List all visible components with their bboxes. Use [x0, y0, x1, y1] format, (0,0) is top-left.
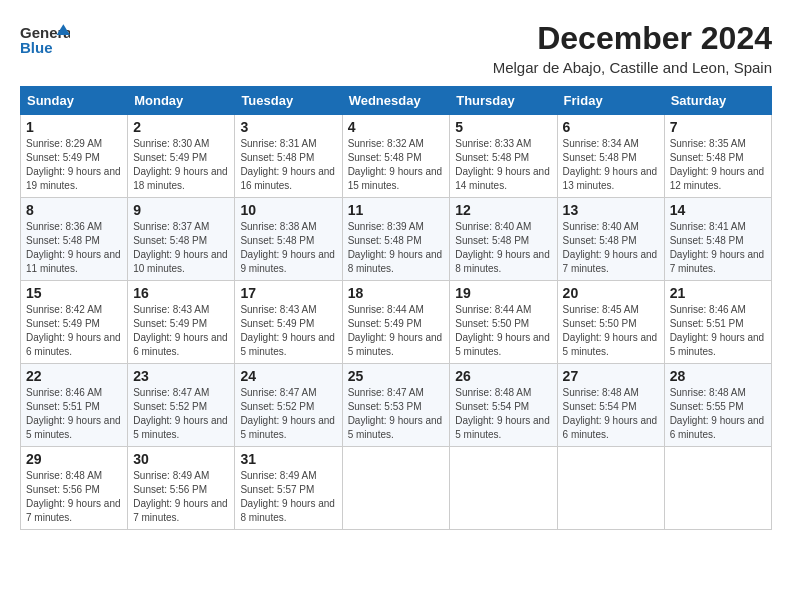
table-row: 22Sunrise: 8:46 AMSunset: 5:51 PMDayligh… — [21, 364, 128, 447]
day-info: Sunrise: 8:48 AMSunset: 5:56 PMDaylight:… — [26, 469, 122, 525]
calendar-week-row: 15Sunrise: 8:42 AMSunset: 5:49 PMDayligh… — [21, 281, 772, 364]
day-number: 25 — [348, 368, 445, 384]
header-thursday: Thursday — [450, 87, 557, 115]
header-monday: Monday — [128, 87, 235, 115]
day-number: 14 — [670, 202, 766, 218]
day-number: 4 — [348, 119, 445, 135]
day-number: 24 — [240, 368, 336, 384]
table-row: 16Sunrise: 8:43 AMSunset: 5:49 PMDayligh… — [128, 281, 235, 364]
day-info: Sunrise: 8:44 AMSunset: 5:49 PMDaylight:… — [348, 303, 445, 359]
day-number: 11 — [348, 202, 445, 218]
day-number: 8 — [26, 202, 122, 218]
calendar-week-row: 29Sunrise: 8:48 AMSunset: 5:56 PMDayligh… — [21, 447, 772, 530]
logo: General Blue — [20, 20, 74, 60]
day-info: Sunrise: 8:38 AMSunset: 5:48 PMDaylight:… — [240, 220, 336, 276]
calendar-week-row: 8Sunrise: 8:36 AMSunset: 5:48 PMDaylight… — [21, 198, 772, 281]
day-number: 31 — [240, 451, 336, 467]
day-info: Sunrise: 8:31 AMSunset: 5:48 PMDaylight:… — [240, 137, 336, 193]
calendar-week-row: 1Sunrise: 8:29 AMSunset: 5:49 PMDaylight… — [21, 115, 772, 198]
logo-icon: General Blue — [20, 20, 70, 60]
day-info: Sunrise: 8:46 AMSunset: 5:51 PMDaylight:… — [26, 386, 122, 442]
day-info: Sunrise: 8:47 AMSunset: 5:52 PMDaylight:… — [240, 386, 336, 442]
day-number: 18 — [348, 285, 445, 301]
table-row: 12Sunrise: 8:40 AMSunset: 5:48 PMDayligh… — [450, 198, 557, 281]
day-info: Sunrise: 8:36 AMSunset: 5:48 PMDaylight:… — [26, 220, 122, 276]
table-row — [664, 447, 771, 530]
day-info: Sunrise: 8:48 AMSunset: 5:54 PMDaylight:… — [455, 386, 551, 442]
day-number: 23 — [133, 368, 229, 384]
header-saturday: Saturday — [664, 87, 771, 115]
day-number: 26 — [455, 368, 551, 384]
table-row: 23Sunrise: 8:47 AMSunset: 5:52 PMDayligh… — [128, 364, 235, 447]
day-info: Sunrise: 8:34 AMSunset: 5:48 PMDaylight:… — [563, 137, 659, 193]
table-row: 29Sunrise: 8:48 AMSunset: 5:56 PMDayligh… — [21, 447, 128, 530]
day-number: 17 — [240, 285, 336, 301]
day-number: 29 — [26, 451, 122, 467]
header-friday: Friday — [557, 87, 664, 115]
table-row: 17Sunrise: 8:43 AMSunset: 5:49 PMDayligh… — [235, 281, 342, 364]
day-info: Sunrise: 8:44 AMSunset: 5:50 PMDaylight:… — [455, 303, 551, 359]
weekday-header-row: Sunday Monday Tuesday Wednesday Thursday… — [21, 87, 772, 115]
table-row: 11Sunrise: 8:39 AMSunset: 5:48 PMDayligh… — [342, 198, 450, 281]
day-number: 1 — [26, 119, 122, 135]
table-row: 24Sunrise: 8:47 AMSunset: 5:52 PMDayligh… — [235, 364, 342, 447]
day-info: Sunrise: 8:30 AMSunset: 5:49 PMDaylight:… — [133, 137, 229, 193]
day-number: 15 — [26, 285, 122, 301]
table-row — [450, 447, 557, 530]
table-row: 10Sunrise: 8:38 AMSunset: 5:48 PMDayligh… — [235, 198, 342, 281]
table-row: 20Sunrise: 8:45 AMSunset: 5:50 PMDayligh… — [557, 281, 664, 364]
day-number: 6 — [563, 119, 659, 135]
page-header: General Blue December 2024 Melgar de Aba… — [20, 20, 772, 76]
day-number: 10 — [240, 202, 336, 218]
table-row: 26Sunrise: 8:48 AMSunset: 5:54 PMDayligh… — [450, 364, 557, 447]
table-row: 6Sunrise: 8:34 AMSunset: 5:48 PMDaylight… — [557, 115, 664, 198]
day-info: Sunrise: 8:29 AMSunset: 5:49 PMDaylight:… — [26, 137, 122, 193]
table-row: 3Sunrise: 8:31 AMSunset: 5:48 PMDaylight… — [235, 115, 342, 198]
table-row: 21Sunrise: 8:46 AMSunset: 5:51 PMDayligh… — [664, 281, 771, 364]
day-number: 13 — [563, 202, 659, 218]
month-title: December 2024 — [493, 20, 772, 57]
table-row: 4Sunrise: 8:32 AMSunset: 5:48 PMDaylight… — [342, 115, 450, 198]
day-info: Sunrise: 8:40 AMSunset: 5:48 PMDaylight:… — [563, 220, 659, 276]
table-row: 18Sunrise: 8:44 AMSunset: 5:49 PMDayligh… — [342, 281, 450, 364]
header-wednesday: Wednesday — [342, 87, 450, 115]
table-row: 25Sunrise: 8:47 AMSunset: 5:53 PMDayligh… — [342, 364, 450, 447]
day-number: 9 — [133, 202, 229, 218]
day-number: 21 — [670, 285, 766, 301]
calendar-week-row: 22Sunrise: 8:46 AMSunset: 5:51 PMDayligh… — [21, 364, 772, 447]
table-row: 13Sunrise: 8:40 AMSunset: 5:48 PMDayligh… — [557, 198, 664, 281]
day-number: 7 — [670, 119, 766, 135]
svg-text:Blue: Blue — [20, 39, 53, 56]
day-info: Sunrise: 8:35 AMSunset: 5:48 PMDaylight:… — [670, 137, 766, 193]
table-row: 7Sunrise: 8:35 AMSunset: 5:48 PMDaylight… — [664, 115, 771, 198]
table-row: 15Sunrise: 8:42 AMSunset: 5:49 PMDayligh… — [21, 281, 128, 364]
day-number: 2 — [133, 119, 229, 135]
table-row: 9Sunrise: 8:37 AMSunset: 5:48 PMDaylight… — [128, 198, 235, 281]
location-title: Melgar de Abajo, Castille and Leon, Spai… — [493, 59, 772, 76]
table-row: 2Sunrise: 8:30 AMSunset: 5:49 PMDaylight… — [128, 115, 235, 198]
table-row: 8Sunrise: 8:36 AMSunset: 5:48 PMDaylight… — [21, 198, 128, 281]
day-info: Sunrise: 8:39 AMSunset: 5:48 PMDaylight:… — [348, 220, 445, 276]
table-row: 28Sunrise: 8:48 AMSunset: 5:55 PMDayligh… — [664, 364, 771, 447]
day-number: 22 — [26, 368, 122, 384]
day-info: Sunrise: 8:46 AMSunset: 5:51 PMDaylight:… — [670, 303, 766, 359]
day-info: Sunrise: 8:49 AMSunset: 5:57 PMDaylight:… — [240, 469, 336, 525]
day-number: 28 — [670, 368, 766, 384]
day-info: Sunrise: 8:32 AMSunset: 5:48 PMDaylight:… — [348, 137, 445, 193]
day-number: 3 — [240, 119, 336, 135]
table-row — [342, 447, 450, 530]
table-row: 30Sunrise: 8:49 AMSunset: 5:56 PMDayligh… — [128, 447, 235, 530]
day-info: Sunrise: 8:43 AMSunset: 5:49 PMDaylight:… — [240, 303, 336, 359]
day-info: Sunrise: 8:43 AMSunset: 5:49 PMDaylight:… — [133, 303, 229, 359]
table-row: 31Sunrise: 8:49 AMSunset: 5:57 PMDayligh… — [235, 447, 342, 530]
day-info: Sunrise: 8:48 AMSunset: 5:55 PMDaylight:… — [670, 386, 766, 442]
day-info: Sunrise: 8:42 AMSunset: 5:49 PMDaylight:… — [26, 303, 122, 359]
table-row: 19Sunrise: 8:44 AMSunset: 5:50 PMDayligh… — [450, 281, 557, 364]
table-row: 5Sunrise: 8:33 AMSunset: 5:48 PMDaylight… — [450, 115, 557, 198]
day-number: 12 — [455, 202, 551, 218]
day-info: Sunrise: 8:48 AMSunset: 5:54 PMDaylight:… — [563, 386, 659, 442]
day-number: 30 — [133, 451, 229, 467]
day-info: Sunrise: 8:47 AMSunset: 5:52 PMDaylight:… — [133, 386, 229, 442]
day-number: 5 — [455, 119, 551, 135]
day-info: Sunrise: 8:37 AMSunset: 5:48 PMDaylight:… — [133, 220, 229, 276]
